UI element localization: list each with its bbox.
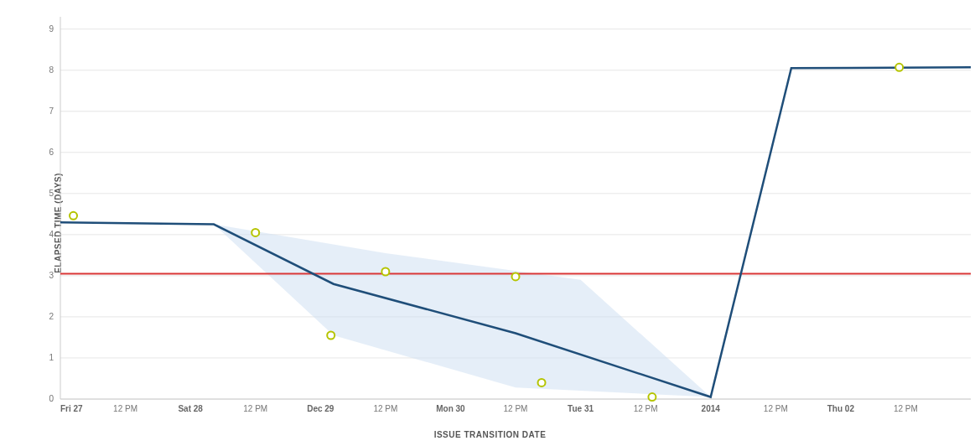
data-point	[251, 229, 259, 236]
data-point	[895, 64, 903, 71]
x-tick-label: 12 PM	[634, 404, 658, 413]
x-tick-label: Sat 28	[178, 404, 203, 413]
data-point	[648, 393, 656, 401]
x-tick-label: 12 PM	[894, 404, 918, 413]
y-tick-label: 0	[49, 394, 54, 403]
chart-container: ELAPSED TIME (DAYS) ISSUE TRANSITION DAT…	[0, 0, 980, 446]
x-tick-label: 12 PM	[373, 404, 397, 413]
data-point	[327, 332, 334, 340]
x-tick-label: 12 PM	[243, 404, 267, 413]
x-tick-label: 2014	[702, 404, 721, 413]
y-tick-label: 6	[49, 148, 54, 157]
confidence-band	[214, 225, 711, 397]
y-tick-label: 9	[49, 24, 54, 34]
data-point	[381, 268, 389, 276]
x-tick-label: 12 PM	[764, 404, 788, 413]
x-tick-label: Mon 30	[436, 404, 465, 413]
y-tick-label: 2	[49, 312, 54, 321]
y-tick-label: 3	[49, 271, 54, 280]
x-tick-label: Tue 31	[568, 404, 594, 413]
x-tick-label: Fri 27	[60, 404, 83, 413]
y-tick-label: 1	[49, 353, 54, 362]
y-tick-label: 7	[49, 106, 54, 116]
data-point	[512, 272, 520, 280]
data-point	[538, 379, 546, 386]
chart-svg: 0123456789Fri 2712 PMSat 2812 PMDec 2912…	[0, 0, 980, 446]
y-tick-label: 5	[49, 189, 54, 198]
data-point	[70, 212, 77, 220]
x-tick-label: 12 PM	[504, 404, 528, 413]
y-tick-label: 4	[49, 230, 54, 239]
x-tick-label: 12 PM	[113, 404, 137, 413]
y-tick-label: 8	[49, 65, 54, 75]
x-tick-label: Thu 02	[827, 404, 855, 413]
x-tick-label: Dec 29	[307, 404, 334, 413]
